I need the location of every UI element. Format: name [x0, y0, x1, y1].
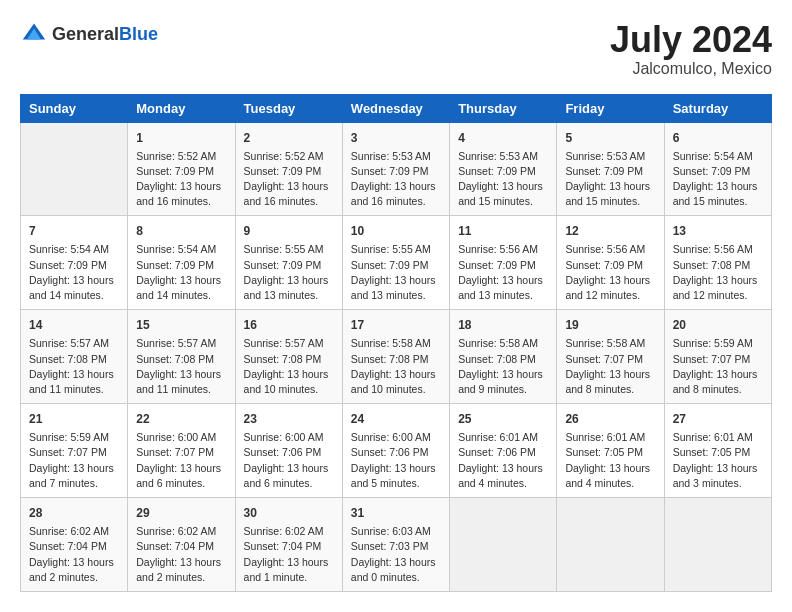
day-of-week-thursday: Thursday	[450, 94, 557, 122]
day-number: 12	[565, 222, 655, 240]
calendar-cell: 21Sunrise: 5:59 AMSunset: 7:07 PMDayligh…	[21, 404, 128, 498]
cell-content: Sunrise: 5:52 AMSunset: 7:09 PMDaylight:…	[244, 149, 334, 210]
calendar-cell: 27Sunrise: 6:01 AMSunset: 7:05 PMDayligh…	[664, 404, 771, 498]
day-of-week-monday: Monday	[128, 94, 235, 122]
calendar-cell: 18Sunrise: 5:58 AMSunset: 7:08 PMDayligh…	[450, 310, 557, 404]
day-number: 19	[565, 316, 655, 334]
day-number: 22	[136, 410, 226, 428]
day-number: 23	[244, 410, 334, 428]
calendar-cell	[557, 498, 664, 592]
day-number: 29	[136, 504, 226, 522]
day-number: 16	[244, 316, 334, 334]
cell-content: Sunrise: 6:01 AMSunset: 7:05 PMDaylight:…	[673, 430, 763, 491]
day-number: 2	[244, 129, 334, 147]
calendar-cell: 2Sunrise: 5:52 AMSunset: 7:09 PMDaylight…	[235, 122, 342, 216]
cell-content: Sunrise: 5:59 AMSunset: 7:07 PMDaylight:…	[673, 336, 763, 397]
calendar-cell: 30Sunrise: 6:02 AMSunset: 7:04 PMDayligh…	[235, 498, 342, 592]
logo-text-general: General	[52, 24, 119, 44]
cell-content: Sunrise: 5:53 AMSunset: 7:09 PMDaylight:…	[565, 149, 655, 210]
cell-content: Sunrise: 5:58 AMSunset: 7:08 PMDaylight:…	[458, 336, 548, 397]
cell-content: Sunrise: 5:59 AMSunset: 7:07 PMDaylight:…	[29, 430, 119, 491]
calendar-week-row: 7Sunrise: 5:54 AMSunset: 7:09 PMDaylight…	[21, 216, 772, 310]
cell-content: Sunrise: 6:00 AMSunset: 7:06 PMDaylight:…	[351, 430, 441, 491]
calendar-cell: 14Sunrise: 5:57 AMSunset: 7:08 PMDayligh…	[21, 310, 128, 404]
cell-content: Sunrise: 6:01 AMSunset: 7:06 PMDaylight:…	[458, 430, 548, 491]
calendar-cell: 1Sunrise: 5:52 AMSunset: 7:09 PMDaylight…	[128, 122, 235, 216]
calendar-cell	[664, 498, 771, 592]
calendar-cell: 8Sunrise: 5:54 AMSunset: 7:09 PMDaylight…	[128, 216, 235, 310]
calendar-cell: 12Sunrise: 5:56 AMSunset: 7:09 PMDayligh…	[557, 216, 664, 310]
cell-content: Sunrise: 5:55 AMSunset: 7:09 PMDaylight:…	[244, 242, 334, 303]
cell-content: Sunrise: 5:54 AMSunset: 7:09 PMDaylight:…	[136, 242, 226, 303]
cell-content: Sunrise: 6:00 AMSunset: 7:06 PMDaylight:…	[244, 430, 334, 491]
day-number: 6	[673, 129, 763, 147]
logo: GeneralBlue	[20, 20, 158, 48]
logo-icon	[20, 20, 48, 48]
day-number: 27	[673, 410, 763, 428]
cell-content: Sunrise: 5:55 AMSunset: 7:09 PMDaylight:…	[351, 242, 441, 303]
calendar-table: SundayMondayTuesdayWednesdayThursdayFrid…	[20, 94, 772, 592]
day-of-week-wednesday: Wednesday	[342, 94, 449, 122]
calendar-week-row: 28Sunrise: 6:02 AMSunset: 7:04 PMDayligh…	[21, 498, 772, 592]
day-number: 24	[351, 410, 441, 428]
cell-content: Sunrise: 6:01 AMSunset: 7:05 PMDaylight:…	[565, 430, 655, 491]
cell-content: Sunrise: 5:56 AMSunset: 7:08 PMDaylight:…	[673, 242, 763, 303]
cell-content: Sunrise: 5:58 AMSunset: 7:07 PMDaylight:…	[565, 336, 655, 397]
day-number: 3	[351, 129, 441, 147]
calendar-cell: 28Sunrise: 6:02 AMSunset: 7:04 PMDayligh…	[21, 498, 128, 592]
calendar-cell: 20Sunrise: 5:59 AMSunset: 7:07 PMDayligh…	[664, 310, 771, 404]
calendar-cell: 7Sunrise: 5:54 AMSunset: 7:09 PMDaylight…	[21, 216, 128, 310]
calendar-cell: 24Sunrise: 6:00 AMSunset: 7:06 PMDayligh…	[342, 404, 449, 498]
cell-content: Sunrise: 6:02 AMSunset: 7:04 PMDaylight:…	[244, 524, 334, 585]
calendar-cell: 26Sunrise: 6:01 AMSunset: 7:05 PMDayligh…	[557, 404, 664, 498]
day-number: 30	[244, 504, 334, 522]
calendar-cell	[21, 122, 128, 216]
day-number: 10	[351, 222, 441, 240]
day-number: 17	[351, 316, 441, 334]
calendar-cell: 4Sunrise: 5:53 AMSunset: 7:09 PMDaylight…	[450, 122, 557, 216]
location-subtitle: Jalcomulco, Mexico	[610, 60, 772, 78]
day-number: 26	[565, 410, 655, 428]
day-of-week-tuesday: Tuesday	[235, 94, 342, 122]
calendar-cell: 29Sunrise: 6:02 AMSunset: 7:04 PMDayligh…	[128, 498, 235, 592]
cell-content: Sunrise: 5:58 AMSunset: 7:08 PMDaylight:…	[351, 336, 441, 397]
calendar-week-row: 21Sunrise: 5:59 AMSunset: 7:07 PMDayligh…	[21, 404, 772, 498]
day-number: 15	[136, 316, 226, 334]
cell-content: Sunrise: 5:54 AMSunset: 7:09 PMDaylight:…	[29, 242, 119, 303]
cell-content: Sunrise: 6:03 AMSunset: 7:03 PMDaylight:…	[351, 524, 441, 585]
cell-content: Sunrise: 5:57 AMSunset: 7:08 PMDaylight:…	[136, 336, 226, 397]
cell-content: Sunrise: 5:56 AMSunset: 7:09 PMDaylight:…	[458, 242, 548, 303]
calendar-cell: 6Sunrise: 5:54 AMSunset: 7:09 PMDaylight…	[664, 122, 771, 216]
month-year-title: July 2024	[610, 20, 772, 60]
day-number: 5	[565, 129, 655, 147]
day-number: 18	[458, 316, 548, 334]
cell-content: Sunrise: 5:53 AMSunset: 7:09 PMDaylight:…	[351, 149, 441, 210]
calendar-cell: 9Sunrise: 5:55 AMSunset: 7:09 PMDaylight…	[235, 216, 342, 310]
calendar-cell	[450, 498, 557, 592]
logo-text-blue: Blue	[119, 24, 158, 44]
cell-content: Sunrise: 5:52 AMSunset: 7:09 PMDaylight:…	[136, 149, 226, 210]
page-header: GeneralBlue July 2024 Jalcomulco, Mexico	[20, 20, 772, 78]
calendar-cell: 22Sunrise: 6:00 AMSunset: 7:07 PMDayligh…	[128, 404, 235, 498]
calendar-cell: 23Sunrise: 6:00 AMSunset: 7:06 PMDayligh…	[235, 404, 342, 498]
day-of-week-friday: Friday	[557, 94, 664, 122]
calendar-cell: 15Sunrise: 5:57 AMSunset: 7:08 PMDayligh…	[128, 310, 235, 404]
calendar-cell: 16Sunrise: 5:57 AMSunset: 7:08 PMDayligh…	[235, 310, 342, 404]
day-number: 11	[458, 222, 548, 240]
calendar-cell: 31Sunrise: 6:03 AMSunset: 7:03 PMDayligh…	[342, 498, 449, 592]
day-number: 1	[136, 129, 226, 147]
day-number: 7	[29, 222, 119, 240]
cell-content: Sunrise: 6:02 AMSunset: 7:04 PMDaylight:…	[29, 524, 119, 585]
cell-content: Sunrise: 5:57 AMSunset: 7:08 PMDaylight:…	[29, 336, 119, 397]
day-of-week-sunday: Sunday	[21, 94, 128, 122]
day-number: 4	[458, 129, 548, 147]
day-number: 8	[136, 222, 226, 240]
calendar-cell: 3Sunrise: 5:53 AMSunset: 7:09 PMDaylight…	[342, 122, 449, 216]
calendar-cell: 13Sunrise: 5:56 AMSunset: 7:08 PMDayligh…	[664, 216, 771, 310]
title-block: July 2024 Jalcomulco, Mexico	[610, 20, 772, 78]
day-number: 31	[351, 504, 441, 522]
day-number: 9	[244, 222, 334, 240]
calendar-cell: 11Sunrise: 5:56 AMSunset: 7:09 PMDayligh…	[450, 216, 557, 310]
calendar-header-row: SundayMondayTuesdayWednesdayThursdayFrid…	[21, 94, 772, 122]
cell-content: Sunrise: 5:56 AMSunset: 7:09 PMDaylight:…	[565, 242, 655, 303]
